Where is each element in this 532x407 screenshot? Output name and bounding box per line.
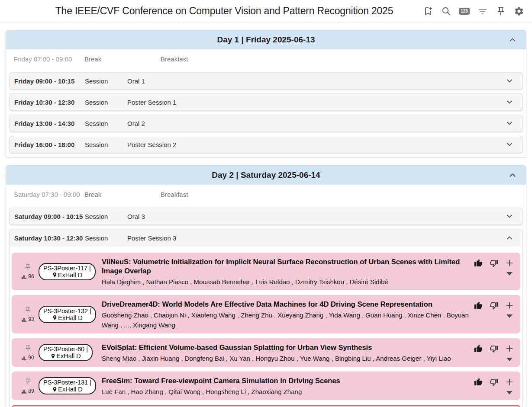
- thumbs-down-icon[interactable]: [490, 378, 498, 386]
- pin-score: 89: [17, 378, 39, 394]
- poster-main: DriveDreamer4D: World Models Are Effecti…: [97, 298, 474, 330]
- session-row[interactable]: Saturday 09:00 - 10:15 Session Oral 3: [10, 208, 522, 225]
- score-value: 90: [28, 355, 34, 361]
- pin-icon[interactable]: [24, 378, 32, 387]
- expand-triangle-icon[interactable]: [506, 272, 513, 276]
- thumbs-up-icon[interactable]: [474, 301, 483, 310]
- row-name: Oral 2: [127, 120, 522, 127]
- location-pin-icon: [52, 315, 58, 320]
- numbers-badge-label: 123: [459, 8, 470, 15]
- location-pin-icon: [52, 272, 58, 278]
- poster-list: 96 PS-3Poster-117 | ExHall D ViiNeuS: Vo…: [10, 247, 522, 407]
- poster-room: ExHall D: [58, 272, 82, 279]
- score-value: 96: [28, 273, 34, 279]
- row-name: Poster Session 1: [127, 99, 522, 106]
- chevron-down-icon[interactable]: [505, 77, 514, 85]
- row-type: Session: [85, 213, 127, 220]
- row-time: Friday 16:00 - 18:00: [14, 141, 85, 148]
- pin-icon[interactable]: [495, 6, 506, 16]
- bar-chart-icon: [21, 274, 27, 279]
- session-row[interactable]: Friday 09:00 - 10:15 Session Oral 1: [10, 72, 522, 90]
- row-name: Oral 1: [127, 77, 522, 85]
- thumbs-down-icon[interactable]: [490, 301, 498, 310]
- poster-actions: [474, 256, 520, 276]
- poster-code: PS-3Poster-117 |: [43, 265, 91, 272]
- poster-title: FreeSim: Toward Free-viewpoint Camera Si…: [102, 376, 470, 385]
- chevron-up-icon[interactable]: [508, 170, 517, 180]
- row-time: Friday 10:30 - 12:30: [14, 99, 85, 106]
- session-row[interactable]: Friday 10:30 - 12:30 Session Poster Sess…: [10, 93, 522, 111]
- day-title: Day 2 | Saturday 2025-06-14: [212, 170, 320, 180]
- day-rows: Friday 07:00 - 09:00 Break Breakfast Fri…: [6, 49, 526, 153]
- chevron-down-icon[interactable]: [505, 140, 514, 149]
- chevron-down-icon[interactable]: [505, 119, 514, 128]
- poster-card: 93 PS-3Poster-132 | ExHall D DriveDreame…: [12, 295, 520, 333]
- poster-actions: [474, 375, 520, 394]
- pin-icon[interactable]: [24, 345, 32, 354]
- add-icon[interactable]: [505, 378, 514, 386]
- numbers-badge-icon[interactable]: 123: [459, 6, 470, 16]
- bar-chart-icon: [21, 388, 27, 394]
- expand-triangle-icon[interactable]: [506, 314, 513, 318]
- chevron-up-icon[interactable]: [505, 234, 514, 242]
- poster-location-chip: PS-3Poster-132 | ExHall D: [39, 306, 96, 323]
- row-time: Friday 07:00 - 09:00: [14, 55, 84, 63]
- add-icon[interactable]: [505, 344, 514, 353]
- score-indicator: 89: [21, 388, 34, 394]
- search-icon[interactable]: [441, 6, 451, 16]
- thumbs-up-icon[interactable]: [474, 344, 483, 353]
- poster-room: ExHall D: [58, 314, 82, 321]
- thumbs-down-icon[interactable]: [490, 344, 498, 353]
- pin-icon[interactable]: [24, 306, 32, 315]
- expand-triangle-icon[interactable]: [506, 358, 513, 361]
- poster-card: 88 PS-3Poster-57 | ExHall D Matrix3D: La…: [12, 405, 520, 407]
- row-name: Breakfast: [127, 55, 526, 63]
- row-type: Session: [85, 120, 127, 127]
- thumbs-down-icon[interactable]: [490, 259, 498, 267]
- row-time: Friday 13:00 - 14:30: [14, 120, 85, 127]
- score-indicator: 90: [21, 355, 34, 361]
- day-header[interactable]: Day 2 | Saturday 2025-06-14: [6, 166, 526, 185]
- session-row[interactable]: Saturday 10:30 - 12:30 Session Poster Se…: [10, 229, 522, 247]
- poster-main: FreeSim: Toward Free-viewpoint Camera Si…: [97, 375, 474, 397]
- score-value: 89: [28, 388, 34, 394]
- pin-score: 90: [17, 345, 39, 361]
- session-row[interactable]: Friday 16:00 - 18:00 Session Poster Sess…: [10, 136, 522, 153]
- pin-icon[interactable]: [24, 263, 32, 272]
- poster-left: 89 PS-3Poster-131 | ExHall D: [12, 377, 97, 394]
- poster-authors: Guosheng Zhao , Chaojun Ni , Xiaofeng Wa…: [102, 310, 470, 330]
- add-icon[interactable]: [505, 301, 514, 310]
- chevron-up-icon[interactable]: [508, 35, 517, 45]
- row-time: Saturday 09:00 - 10:15: [14, 213, 85, 220]
- poster-left: 93 PS-3Poster-132 | ExHall D: [12, 306, 97, 323]
- session-row[interactable]: Friday 13:00 - 14:30 Session Oral 2: [10, 115, 522, 132]
- poster-card: 89 PS-3Poster-131 | ExHall D FreeSim: To…: [12, 372, 520, 400]
- poster-left: 96 PS-3Poster-117 | ExHall D: [12, 263, 97, 280]
- poster-title: EVolSplat: Efficient Volume-based Gaussi…: [102, 343, 470, 352]
- row-time: Saturday 10:30 - 12:30: [14, 234, 85, 242]
- row-type: Session: [85, 234, 127, 242]
- row-type: Break: [84, 55, 127, 63]
- location-pin-icon: [50, 353, 56, 359]
- row-name: Oral 3: [127, 213, 522, 220]
- chevron-down-icon[interactable]: [505, 212, 514, 221]
- location-pin-icon: [52, 387, 58, 392]
- expanded-session: Saturday 10:30 - 12:30 Session Poster Se…: [10, 229, 522, 407]
- expand-triangle-icon[interactable]: [506, 391, 513, 394]
- day-header[interactable]: Day 1 | Friday 2025-06-13: [6, 30, 526, 49]
- toolbar: 123: [422, 6, 532, 16]
- day-title: Day 1 | Friday 2025-06-13: [217, 35, 315, 45]
- filter-icon[interactable]: [477, 6, 488, 16]
- score-indicator: 96: [21, 273, 34, 279]
- poster-main: ViiNeuS: Volumetric Initialization for I…: [97, 256, 474, 287]
- app-header: The IEEE/CVF Conference on Computer Visi…: [0, 0, 532, 22]
- add-icon[interactable]: [505, 259, 514, 267]
- break-row: Saturday 07:30 - 09:00 Break Breakfast: [6, 185, 526, 204]
- break-row: Friday 07:00 - 09:00 Break Breakfast: [6, 49, 526, 68]
- poster-code: PS-3Poster-60 |: [43, 346, 88, 353]
- chevron-down-icon[interactable]: [505, 98, 514, 106]
- thumbs-up-icon[interactable]: [474, 378, 483, 386]
- bookmark-add-icon[interactable]: [422, 6, 433, 16]
- thumbs-up-icon[interactable]: [474, 259, 483, 267]
- settings-icon[interactable]: [513, 6, 524, 16]
